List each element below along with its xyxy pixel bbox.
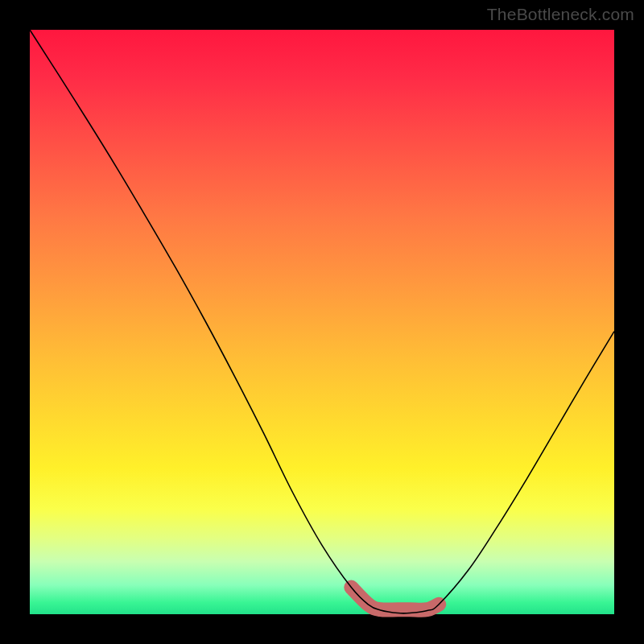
attribution-label: TheBottleneck.com (487, 5, 634, 24)
chart-svg (30, 30, 614, 614)
bottleneck-curve (30, 30, 614, 613)
optimal-range-band (351, 588, 439, 610)
plot-area (30, 30, 614, 614)
chart-frame: TheBottleneck.com (0, 0, 644, 644)
